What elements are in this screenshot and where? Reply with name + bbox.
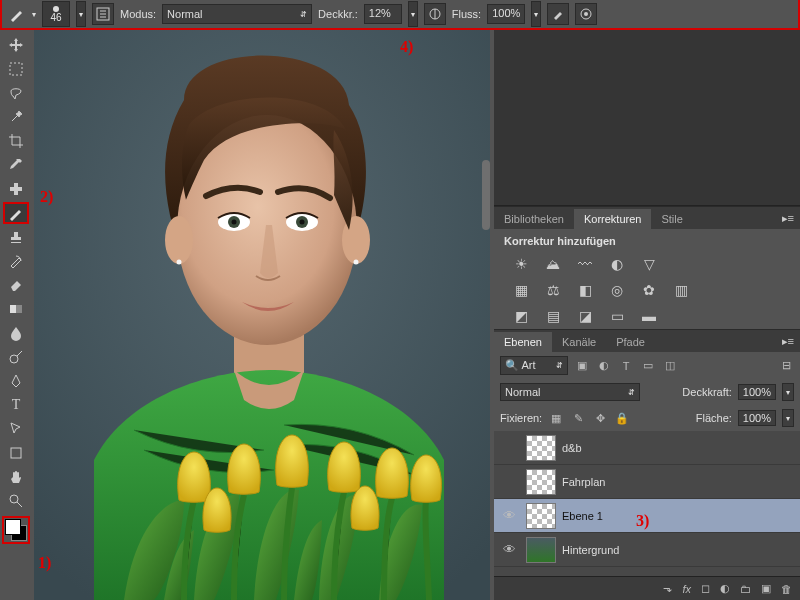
adjustments-panel: Bibliotheken Korrekturen Stile ▸≡ Korrek… [494,206,800,329]
brush-dropdown[interactable]: ▾ [76,1,86,27]
mixer-icon[interactable]: ✿ [638,281,660,299]
bw-icon[interactable]: ◧ [574,281,596,299]
layer-row[interactable]: 👁 Hintergrund [494,533,800,567]
panel-menu-icon[interactable]: ▸≡ [776,208,800,229]
annotation-1: 1) [38,554,51,572]
filter-adj-icon[interactable]: ◐ [596,358,612,374]
chevron-down-icon[interactable]: ▾ [32,10,36,19]
marquee-tool[interactable] [3,58,29,80]
filter-type-icon[interactable]: T [618,358,634,374]
mask-icon[interactable]: ◻ [701,582,710,595]
brightness-icon[interactable]: ☀ [510,255,532,273]
eyedropper-tool[interactable] [3,154,29,176]
lock-transparent-icon[interactable]: ▦ [548,410,564,426]
selective-icon[interactable]: ▬ [638,307,660,325]
crop-tool[interactable] [3,130,29,152]
brush-tool[interactable] [3,202,29,224]
zoom-tool[interactable] [3,490,29,512]
svg-point-11 [10,495,18,503]
dodge-tool[interactable] [3,346,29,368]
lasso-tool[interactable] [3,82,29,104]
fill-input[interactable]: 100% [738,410,776,426]
hand-tool[interactable] [3,466,29,488]
pressure-size-toggle[interactable] [575,3,597,25]
threshold-icon[interactable]: ◪ [574,307,596,325]
healing-tool[interactable] [3,178,29,200]
canvas-scrollbar[interactable] [482,160,490,230]
layer-opacity-input[interactable]: 100% [738,384,776,400]
eraser-tool[interactable] [3,274,29,296]
layer-row[interactable]: d&b [494,431,800,465]
visibility-toggle[interactable]: 👁 [498,542,520,557]
path-select-tool[interactable] [3,418,29,440]
flow-dropdown[interactable]: ▾ [531,1,541,27]
stamp-tool[interactable] [3,226,29,248]
brush-panel-toggle[interactable] [92,3,114,25]
link-layers-icon[interactable]: ⬎ [663,582,672,595]
curves-icon[interactable]: 〰 [574,255,596,273]
svg-rect-8 [10,305,16,313]
invert-icon[interactable]: ◩ [510,307,532,325]
tab-pfade[interactable]: Pfade [606,332,655,352]
layer-name[interactable]: Ebene 1 [562,510,603,522]
lock-paint-icon[interactable]: ✎ [570,410,586,426]
new-layer-icon[interactable]: ▣ [761,582,771,595]
lut-icon[interactable]: ▥ [670,281,692,299]
opacity-label: Deckkr.: [318,8,358,20]
mode-select[interactable]: Normal⇵ [162,4,312,24]
filter-smart-icon[interactable]: ◫ [662,358,678,374]
exposure-icon[interactable]: ◐ [606,255,628,273]
layer-row[interactable]: Fahrplan [494,465,800,499]
hue-icon[interactable]: ▦ [510,281,532,299]
tab-bibliotheken[interactable]: Bibliotheken [494,209,574,229]
tab-korrekturen[interactable]: Korrekturen [574,209,651,229]
layer-name[interactable]: Fahrplan [562,476,605,488]
photo-filter-icon[interactable]: ◎ [606,281,628,299]
tab-ebenen[interactable]: Ebenen [494,332,552,352]
photo-illustration [34,30,490,600]
wand-tool[interactable] [3,106,29,128]
brush-preset-picker[interactable]: 46 [42,1,70,27]
trash-icon[interactable]: 🗑 [781,583,792,595]
fill-dropdown[interactable]: ▾ [782,409,794,427]
layer-name[interactable]: Hintergrund [562,544,619,556]
gradient-tool[interactable] [3,298,29,320]
fx-icon[interactable]: fx [682,583,691,595]
flow-input[interactable]: 100% [487,4,525,24]
levels-icon[interactable]: ⛰ [542,255,564,273]
vibrance-icon[interactable]: ▽ [638,255,660,273]
color-swatches[interactable] [2,516,30,544]
group-icon[interactable]: 🗀 [740,583,751,595]
opacity-input[interactable]: 12% [364,4,402,24]
adjustment-layer-icon[interactable]: ◐ [720,582,730,595]
layer-name[interactable]: d&b [562,442,582,454]
tab-kanaele[interactable]: Kanäle [552,332,606,352]
shape-tool[interactable] [3,442,29,464]
document-canvas[interactable] [34,30,490,600]
move-tool[interactable] [3,34,29,56]
type-tool[interactable]: T [3,394,29,416]
posterize-icon[interactable]: ▤ [542,307,564,325]
foreground-color[interactable] [5,519,21,535]
blend-mode-select[interactable]: Normal⇵ [500,383,640,401]
lock-all-icon[interactable]: 🔒 [614,410,630,426]
opacity-dropdown[interactable]: ▾ [408,1,418,27]
balance-icon[interactable]: ⚖ [542,281,564,299]
filter-toggle[interactable]: ⊟ [778,358,794,374]
layer-thumb [526,537,556,563]
visibility-toggle[interactable]: 👁 [498,508,520,523]
layer-filter-select[interactable]: 🔍 Art⇵ [500,356,568,375]
tab-stile[interactable]: Stile [651,209,692,229]
airbrush-toggle[interactable] [547,3,569,25]
filter-pixel-icon[interactable]: ▣ [574,358,590,374]
pen-tool[interactable] [3,370,29,392]
history-brush-tool[interactable] [3,250,29,272]
layer-opacity-dropdown[interactable]: ▾ [782,383,794,401]
lock-move-icon[interactable]: ✥ [592,410,608,426]
pressure-opacity-toggle[interactable] [424,3,446,25]
filter-shape-icon[interactable]: ▭ [640,358,656,374]
annotation-3: 3) [636,512,649,530]
layers-menu-icon[interactable]: ▸≡ [776,331,800,352]
gradient-map-icon[interactable]: ▭ [606,307,628,325]
blur-tool[interactable] [3,322,29,344]
